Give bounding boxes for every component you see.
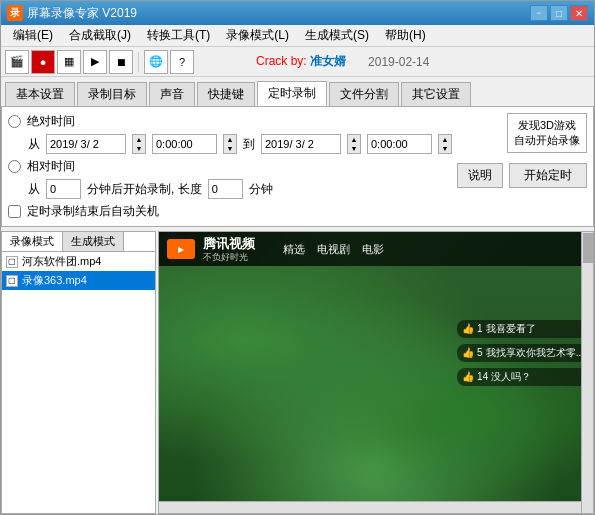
tab-file-split[interactable]: 文件分割: [329, 82, 399, 106]
horizontal-scrollbar[interactable]: [159, 501, 581, 513]
from-label1: 从: [28, 136, 40, 153]
menu-help[interactable]: 帮助(H): [377, 25, 434, 46]
arrow-down-icon[interactable]: ▼: [133, 144, 145, 153]
arrow-down-icon3[interactable]: ▼: [348, 144, 360, 153]
timer-main: 绝对时间 从 2019/ 3/ 2 ▲ ▼ 0:00:00 ▲ ▼ 到 2019: [8, 113, 587, 220]
comment-2: 👍 5 我找享欢你我艺术零...: [457, 344, 589, 362]
arrow-up-icon4[interactable]: ▲: [439, 135, 451, 144]
minimize-button[interactable]: －: [530, 5, 548, 21]
generate-mode-tab[interactable]: 生成模式: [63, 232, 124, 251]
end-time-input[interactable]: 0:00:00: [367, 134, 432, 154]
tab-shortcuts[interactable]: 快捷键: [197, 82, 255, 106]
crack-label: Crack by: 准女婿: [256, 53, 346, 70]
scrollbar-thumb-v[interactable]: [583, 233, 593, 263]
toolbar: 🎬 ● ▦ ▶ ⏹ 🌐 ? Crack by: 准女婿 2019-02-14: [1, 47, 594, 77]
video-panel: ▶ 腾讯视频 不负好时光 精选 电视剧 电影: [158, 231, 594, 514]
start-date-stepper[interactable]: ▲ ▼: [132, 134, 146, 154]
comment-likes-3: 14: [477, 371, 488, 382]
relative-time-radio[interactable]: [8, 160, 21, 173]
tencent-nav: 精选 电视剧 电影: [283, 242, 384, 257]
end-time-stepper[interactable]: ▲ ▼: [438, 134, 452, 154]
arrow-up-icon2[interactable]: ▲: [224, 135, 236, 144]
start-time-stepper[interactable]: ▲ ▼: [223, 134, 237, 154]
relative-time-label: 相对时间: [27, 158, 75, 175]
tab-timer-record[interactable]: 定时录制: [257, 81, 327, 106]
separator1: [138, 52, 139, 72]
arrow-down-icon2[interactable]: ▼: [224, 144, 236, 153]
start-timer-button[interactable]: 开始定时: [509, 163, 587, 188]
tencent-tagline: 不负好时光: [203, 252, 255, 263]
comment-like-icon-3: 👍: [462, 371, 474, 382]
auto-shutdown-row: 定时录制结束后自动关机: [8, 203, 457, 220]
fixed-time-radio[interactable]: [8, 115, 21, 128]
toolbar-btn5[interactable]: ⏹: [109, 50, 133, 74]
main-window: 录 屏幕录像专家 V2019 － □ ✕ 编辑(E) 合成截取(J) 转换工具(…: [0, 0, 595, 515]
crack-by-value: 准女婿: [310, 54, 346, 68]
nav-item-1[interactable]: 精选: [283, 242, 305, 257]
arrow-up-icon[interactable]: ▲: [133, 135, 145, 144]
build-date: 2019-02-14: [368, 55, 429, 69]
comment-text-1: 我喜爱看了: [486, 322, 536, 336]
close-button[interactable]: ✕: [570, 5, 588, 21]
end-date-stepper[interactable]: ▲ ▼: [347, 134, 361, 154]
file-item-2[interactable]: ▢ 录像363.mp4: [2, 271, 155, 290]
arrow-down-icon4[interactable]: ▼: [439, 144, 451, 153]
file-name-1: 河东软件团.mp4: [22, 254, 101, 269]
vertical-scrollbar[interactable]: [581, 232, 593, 513]
menu-record-mode[interactable]: 录像模式(L): [218, 25, 297, 46]
menu-bar: 编辑(E) 合成截取(J) 转换工具(T) 录像模式(L) 生成模式(S) 帮助…: [1, 25, 594, 47]
toolbar-btn3[interactable]: ▦: [57, 50, 81, 74]
tab-bar: 基本设置 录制目标 声音 快捷键 定时录制 文件分割 其它设置: [1, 77, 594, 106]
duration-input[interactable]: 0: [208, 179, 243, 199]
file-icon-2: ▢: [6, 275, 18, 287]
auto-record-label: 自动开始录像: [514, 133, 580, 148]
file-panel: 录像模式 生成模式 ▢ 河东软件团.mp4 ▢ 录像363.mp4: [1, 231, 156, 514]
from-label2: 从: [28, 181, 40, 198]
timer-left: 绝对时间 从 2019/ 3/ 2 ▲ ▼ 0:00:00 ▲ ▼ 到 2019: [8, 113, 457, 220]
menu-edit[interactable]: 编辑(E): [5, 25, 61, 46]
comments-overlay: 👍 1 我喜爱看了 👍 5 我找享欢你我艺术零... 👍 14 没: [453, 316, 593, 390]
maximize-button[interactable]: □: [550, 5, 568, 21]
app-icon: 录: [7, 5, 23, 21]
timer-right-panel: 发现3D游戏 自动开始录像 说明 开始定时: [457, 113, 587, 220]
timer-tab-content: 绝对时间 从 2019/ 3/ 2 ▲ ▼ 0:00:00 ▲ ▼ 到 2019: [1, 106, 594, 227]
auto-shutdown-checkbox[interactable]: [8, 205, 21, 218]
comment-like-icon-1: 👍: [462, 323, 474, 334]
toolbar-record[interactable]: ●: [31, 50, 55, 74]
menu-convert[interactable]: 转换工具(T): [139, 25, 218, 46]
file-name-2: 录像363.mp4: [22, 273, 87, 288]
tab-sound[interactable]: 声音: [149, 82, 195, 106]
record-mode-tab[interactable]: 录像模式: [2, 232, 63, 251]
toolbar-new[interactable]: 🎬: [5, 50, 29, 74]
menu-composite[interactable]: 合成截取(J): [61, 25, 139, 46]
toolbar-web[interactable]: 🌐: [144, 50, 168, 74]
bottom-section: 录像模式 生成模式 ▢ 河东软件团.mp4 ▢ 录像363.mp4 ▶: [1, 231, 594, 514]
comment-3: 👍 14 没人吗？: [457, 368, 589, 386]
tencent-logo-icon: ▶: [167, 239, 195, 259]
comment-likes-2: 5: [477, 347, 483, 358]
explain-button[interactable]: 说明: [457, 163, 503, 188]
nav-item-2[interactable]: 电视剧: [317, 242, 350, 257]
tencent-header: ▶ 腾讯视频 不负好时光 精选 电视剧 电影: [159, 232, 593, 266]
menu-generate-mode[interactable]: 生成模式(S): [297, 25, 377, 46]
delay-minutes-input[interactable]: 0: [46, 179, 81, 199]
tencent-play-icon: ▶: [178, 245, 184, 254]
file-item-1[interactable]: ▢ 河东软件团.mp4: [2, 252, 155, 271]
relative-time-row: 相对时间: [8, 158, 457, 175]
fixed-time-inputs: 从 2019/ 3/ 2 ▲ ▼ 0:00:00 ▲ ▼ 到 2019/ 3/ …: [28, 134, 457, 154]
arrow-up-icon3[interactable]: ▲: [348, 135, 360, 144]
tab-basic-settings[interactable]: 基本设置: [5, 82, 75, 106]
toolbar-help[interactable]: ?: [170, 50, 194, 74]
tab-record-target[interactable]: 录制目标: [77, 82, 147, 106]
tab-other-settings[interactable]: 其它设置: [401, 82, 471, 106]
to-label: 到: [243, 136, 255, 153]
start-time-input[interactable]: 0:00:00: [152, 134, 217, 154]
comment-text-3: 没人吗？: [491, 370, 531, 384]
toolbar-btn4[interactable]: ▶: [83, 50, 107, 74]
window-controls: － □ ✕: [530, 5, 588, 21]
start-date-input[interactable]: 2019/ 3/ 2: [46, 134, 126, 154]
end-date-input[interactable]: 2019/ 3/ 2: [261, 134, 341, 154]
file-list: ▢ 河东软件团.mp4 ▢ 录像363.mp4: [2, 252, 155, 513]
file-icon-1: ▢: [6, 256, 18, 268]
nav-item-3[interactable]: 电影: [362, 242, 384, 257]
